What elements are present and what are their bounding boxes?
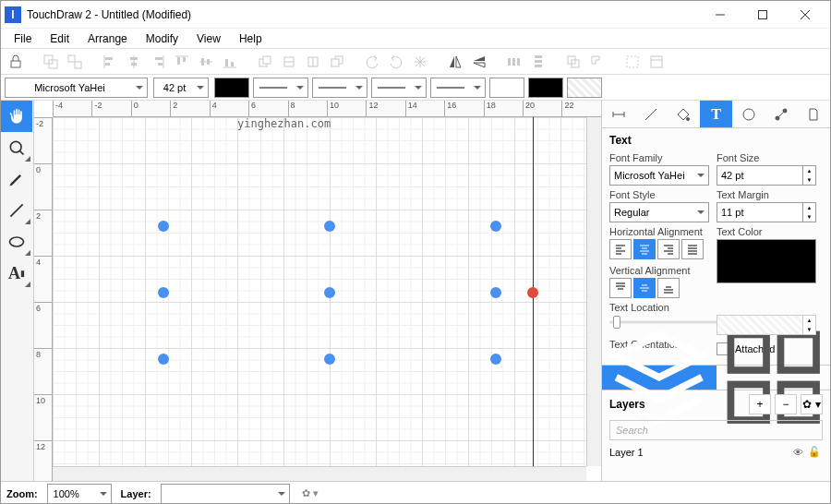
layers-heading: Layers (609, 398, 745, 411)
scrollbar-vertical[interactable] (586, 117, 601, 466)
tool-text[interactable]: A▮ (1, 258, 32, 289)
layer-combo[interactable] (161, 484, 290, 504)
tool-hand[interactable] (1, 101, 32, 132)
stroke-style-combo[interactable] (312, 78, 367, 98)
layers-tab-layers[interactable] (602, 366, 717, 390)
h-align-center-button[interactable] (633, 239, 656, 259)
selection-handle[interactable] (158, 287, 169, 298)
ungroup-icon[interactable] (64, 51, 86, 73)
layer-row[interactable]: Layer 1 👁 🔓 (602, 442, 830, 462)
align-left-icon[interactable] (99, 51, 121, 73)
selection-handle[interactable] (324, 354, 335, 365)
layer-remove-button[interactable]: − (775, 394, 797, 414)
v-align-label: Vertical Alignment (609, 265, 709, 276)
v-align-middle-button[interactable] (633, 278, 656, 298)
extra2-icon[interactable] (645, 51, 668, 73)
tab-shape[interactable] (732, 101, 765, 127)
h-align-right-button[interactable] (657, 239, 680, 259)
unlock-icon[interactable]: 🔓 (806, 446, 823, 458)
tool-select[interactable] (1, 132, 32, 163)
bring-forward-icon[interactable] (278, 51, 300, 73)
h-align-justify-button[interactable] (681, 239, 704, 259)
flip-vertical-icon[interactable] (468, 51, 490, 73)
combine-icon[interactable] (562, 51, 584, 73)
flip-horizontal-icon[interactable] (444, 51, 466, 73)
selection-handle[interactable] (490, 354, 501, 365)
arrow-end-combo[interactable] (430, 78, 486, 98)
menu-help[interactable]: Help (230, 30, 271, 47)
distribute-h-icon[interactable] (503, 51, 525, 73)
layer-settings-button[interactable]: ✿ ▾ (801, 394, 823, 414)
extra1-icon[interactable] (621, 51, 644, 73)
selection-handle[interactable] (158, 354, 169, 365)
subtract-icon[interactable] (586, 51, 608, 73)
tab-stroke[interactable] (634, 101, 667, 127)
bring-front-icon[interactable] (254, 51, 276, 73)
stroke-color-swatch[interactable] (214, 78, 249, 98)
selection-handle[interactable] (490, 287, 501, 298)
align-top-icon[interactable] (171, 51, 193, 73)
text-color-swatch[interactable] (528, 78, 563, 98)
svg-rect-4 (11, 61, 20, 67)
menu-arrange[interactable]: Arrange (78, 30, 137, 47)
main-area: A▮ -4-20246810121416182022 -2024681012 y… (1, 101, 830, 481)
zoom-combo[interactable]: 100% (47, 484, 112, 504)
send-backward-icon[interactable] (302, 51, 324, 73)
fill-color-swatch[interactable] (489, 78, 524, 98)
minimize-button[interactable] (699, 1, 741, 29)
font-family-dropdown[interactable]: Microsoft YaHei (609, 165, 709, 186)
tab-connector[interactable] (765, 101, 797, 127)
tool-shape[interactable] (1, 226, 32, 258)
selection-handle[interactable] (324, 287, 335, 298)
tab-dimensions[interactable] (602, 101, 634, 127)
maximize-button[interactable] (741, 1, 784, 29)
selection-handle[interactable] (324, 221, 335, 232)
scrollbar-horizontal[interactable] (53, 466, 586, 481)
send-back-icon[interactable] (326, 51, 348, 73)
layers-tab-library[interactable] (717, 366, 831, 390)
menu-view[interactable]: View (187, 30, 230, 47)
layer-search-input[interactable]: Search (609, 420, 823, 440)
tab-fill[interactable] (668, 101, 700, 127)
tool-pen[interactable] (1, 163, 32, 195)
text-margin-label: Text Margin (717, 189, 816, 200)
group-icon[interactable] (40, 51, 62, 73)
selection-handle[interactable] (158, 221, 169, 232)
tool-line[interactable] (1, 195, 32, 226)
layer-add-button[interactable]: + (749, 394, 771, 414)
align-center-h-icon[interactable] (123, 51, 145, 73)
text-margin-spinner[interactable]: 11 pt▲▼ (717, 202, 816, 222)
eye-icon[interactable]: 👁 (789, 447, 806, 458)
selection-handle[interactable] (527, 287, 538, 298)
shadow-swatch[interactable] (567, 78, 602, 98)
rotate-center-icon[interactable] (409, 51, 431, 73)
font-family-text: Microsoft YaHei (614, 170, 685, 181)
font-style-dropdown[interactable]: Regular (609, 202, 709, 222)
tab-text[interactable]: T (700, 101, 732, 127)
rotate-left-icon[interactable] (361, 51, 383, 73)
align-center-v-icon[interactable] (195, 51, 217, 73)
close-button[interactable] (784, 1, 826, 29)
menu-edit[interactable]: Edit (41, 30, 78, 47)
rotate-right-icon[interactable] (385, 51, 407, 73)
text-color-box[interactable] (717, 239, 816, 283)
font-size-spinner[interactable]: 42 pt▲▼ (717, 165, 816, 186)
h-align-left-button[interactable] (609, 239, 632, 259)
stroke-width-combo[interactable] (253, 78, 308, 98)
tab-page[interactable] (798, 101, 830, 127)
align-right-icon[interactable] (147, 51, 169, 73)
canvas[interactable]: yinghezhan.com (53, 117, 586, 466)
v-align-top-button[interactable] (609, 278, 632, 298)
align-bottom-icon[interactable] (219, 51, 241, 73)
menu-modify[interactable]: Modify (137, 30, 187, 47)
selection-handle[interactable] (490, 221, 501, 232)
font-size-combo[interactable]: 42 pt (153, 78, 209, 98)
text-location-display[interactable]: ▲▼ (717, 315, 816, 335)
v-align-bottom-button[interactable] (657, 278, 680, 298)
arrow-start-combo[interactable] (371, 78, 427, 98)
lock-icon[interactable] (5, 51, 27, 73)
distribute-v-icon[interactable] (527, 51, 549, 73)
font-family-combo[interactable]: Microsoft YaHei (5, 78, 148, 98)
status-settings-button[interactable]: ✿ ▾ (299, 483, 321, 505)
menu-file[interactable]: File (5, 30, 41, 47)
